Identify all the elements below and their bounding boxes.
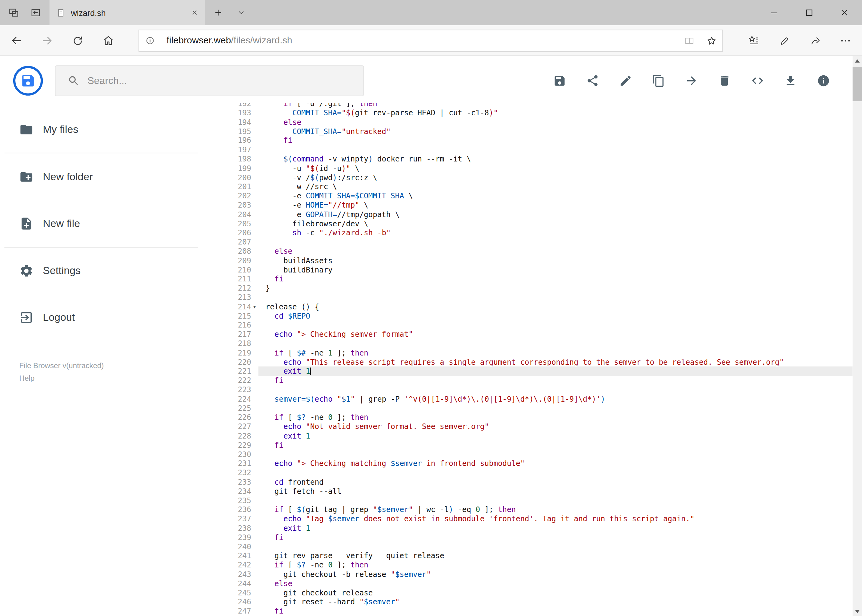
code-line-246[interactable]: 246 git reset --hard "$semver": [222, 597, 853, 607]
tab-preview-chevron-button[interactable]: [233, 4, 250, 21]
download-button[interactable]: [777, 68, 804, 94]
reading-view-button[interactable]: [678, 30, 700, 51]
share-button[interactable]: [580, 68, 606, 94]
code-line-224[interactable]: 224 semver=$(echo "$1" | grep -P '^v(0|[…: [222, 394, 853, 404]
web-notes-button[interactable]: [773, 30, 795, 51]
code-line-235[interactable]: 235: [222, 496, 853, 505]
help-link[interactable]: Help: [19, 374, 35, 383]
sidebar-item-settings[interactable]: Settings: [0, 255, 222, 287]
code-line-210[interactable]: 210 buildBinary: [222, 265, 853, 274]
sidebar-item-logout[interactable]: Logout: [0, 301, 222, 334]
hub-favorites-button[interactable]: [742, 30, 764, 51]
code-line-226[interactable]: 226 if [ $? -ne 0 ]; then: [222, 413, 853, 422]
code-line-221[interactable]: 221 exit 1: [222, 366, 853, 376]
code-line-239[interactable]: 239 fi: [222, 533, 853, 542]
forward-button[interactable]: [36, 30, 58, 51]
search-box[interactable]: [55, 66, 364, 96]
set-tabs-aside-button[interactable]: [27, 4, 44, 21]
copy-button[interactable]: [645, 68, 672, 94]
code-line-245[interactable]: 245 git checkout release: [222, 588, 853, 597]
code-line-198[interactable]: 198 $(command -v winpty) docker run --rm…: [222, 154, 853, 163]
code-line-220[interactable]: 220 echo "This release script requires a…: [222, 357, 853, 366]
code-line-193[interactable]: 193 COMMIT_SHA="$(git rev-parse HEAD | c…: [222, 108, 853, 118]
scrollbar-thumb[interactable]: [853, 67, 862, 101]
close-button[interactable]: [827, 0, 862, 25]
code-line-213[interactable]: 213: [222, 293, 853, 302]
code-editor[interactable]: 192 if [ -d /.git ]; then193 COMMIT_SHA=…: [222, 103, 853, 616]
code-line-232[interactable]: 232: [222, 468, 853, 477]
code-line-237[interactable]: 237 echo "Tag $semver does not exist in …: [222, 514, 853, 523]
minimize-button[interactable]: [756, 0, 791, 25]
code-line-194[interactable]: 194 else: [222, 118, 853, 127]
code-line-215[interactable]: 215 cd $REPO: [222, 311, 853, 321]
code-line-192[interactable]: 192 if [ -d /.git ]; then: [222, 103, 853, 108]
code-line-209[interactable]: 209 buildAssets: [222, 256, 853, 265]
code-line-233[interactable]: 233 cd frontend: [222, 477, 853, 487]
info-button[interactable]: [810, 68, 837, 94]
code-line-204[interactable]: 204 -e GOPATH=//tmp/gopath \: [222, 210, 853, 219]
add-favorite-button[interactable]: [700, 30, 722, 51]
code-line-218[interactable]: 218: [222, 339, 853, 348]
code-line-219[interactable]: 219 if [ $# -ne 1 ]; then: [222, 348, 853, 357]
sidebar-item-new-folder[interactable]: New folder: [0, 160, 222, 193]
url-text[interactable]: filebrowser.web/files/wizard.sh: [167, 35, 678, 46]
refresh-button[interactable]: [66, 30, 88, 51]
code-line-197[interactable]: 197: [222, 145, 853, 154]
code-line-241[interactable]: 241 git rev-parse --verify --quiet relea…: [222, 551, 853, 560]
browser-tab[interactable]: wizard.sh: [50, 0, 205, 25]
code-line-243[interactable]: 243 git checkout -b release "$semver": [222, 570, 853, 579]
code-line-205[interactable]: 205 filebrowser/dev \: [222, 219, 853, 228]
code-line-196[interactable]: 196 fi: [222, 136, 853, 145]
back-button[interactable]: [6, 30, 27, 51]
code-line-228[interactable]: 228 exit 1: [222, 431, 853, 440]
code-line-227[interactable]: 227 echo "Not valid semver format. See s…: [222, 422, 853, 431]
sidebar-item-my-files[interactable]: My files: [0, 113, 222, 146]
code-line-201[interactable]: 201 -w //src \: [222, 182, 853, 191]
settings-menu-button[interactable]: [835, 30, 856, 51]
code-line-206[interactable]: 206 sh -c "./wizard.sh -b": [222, 228, 853, 237]
save-button[interactable]: [547, 68, 573, 94]
sidebar-item-new-file[interactable]: New file: [0, 207, 222, 240]
page-scrollbar[interactable]: [853, 56, 862, 616]
code-line-203[interactable]: 203 -e HOME="//tmp" \: [222, 201, 853, 210]
code-line-207[interactable]: 207: [222, 237, 853, 247]
code-line-208[interactable]: 208 else: [222, 247, 853, 256]
fold-arrow-icon[interactable]: ▾: [253, 303, 256, 312]
code-line-195[interactable]: 195 COMMIT_SHA="untracked": [222, 127, 853, 136]
code-line-231[interactable]: 231 echo "> Checking matching $semver in…: [222, 459, 853, 468]
code-line-217[interactable]: 217 echo "> Checking semver format": [222, 330, 853, 339]
code-line-222[interactable]: 222 fi: [222, 376, 853, 385]
code-line-211[interactable]: 211 fi: [222, 274, 853, 284]
tab-close-icon[interactable]: [191, 9, 199, 17]
code-line-212[interactable]: 212}: [222, 284, 853, 293]
code-line-229[interactable]: 229 fi: [222, 440, 853, 449]
address-bar[interactable]: filebrowser.web/files/wizard.sh: [139, 30, 723, 51]
share-button[interactable]: [804, 30, 826, 51]
code-line-236[interactable]: 236 if [ $(git tag | grep "$semver" | wc…: [222, 505, 853, 514]
source-button[interactable]: [744, 68, 771, 94]
new-tab-button[interactable]: [210, 4, 227, 21]
scroll-up-button[interactable]: [853, 56, 862, 65]
code-line-216[interactable]: 216: [222, 321, 853, 330]
code-line-244[interactable]: 244 else: [222, 579, 853, 588]
delete-button[interactable]: [712, 68, 738, 94]
site-info-button[interactable]: [139, 30, 161, 51]
code-line-238[interactable]: 238 exit 1: [222, 523, 853, 533]
code-line-223[interactable]: 223: [222, 385, 853, 394]
code-line-234[interactable]: 234 git fetch --all: [222, 487, 853, 496]
maximize-button[interactable]: [791, 0, 827, 25]
code-line-214[interactable]: 214▾release () {: [222, 302, 853, 311]
code-line-240[interactable]: 240: [222, 542, 853, 551]
code-line-225[interactable]: 225: [222, 404, 853, 413]
code-line-242[interactable]: 242 if [ $? -ne 0 ]; then: [222, 560, 853, 570]
home-button[interactable]: [97, 30, 119, 51]
search-input[interactable]: [80, 74, 364, 87]
code-line-199[interactable]: 199 -u "$(id -u)" \: [222, 163, 853, 173]
move-button[interactable]: [678, 68, 705, 94]
code-line-230[interactable]: 230: [222, 449, 853, 459]
rename-button[interactable]: [612, 68, 639, 94]
scroll-down-button[interactable]: [853, 607, 862, 616]
code-line-200[interactable]: 200 -v /$(pwd):/src:z \: [222, 173, 853, 182]
code-line-202[interactable]: 202 -e COMMIT_SHA=$COMMIT_SHA \: [222, 191, 853, 201]
tabs-set-aside-list-button[interactable]: [6, 4, 22, 21]
